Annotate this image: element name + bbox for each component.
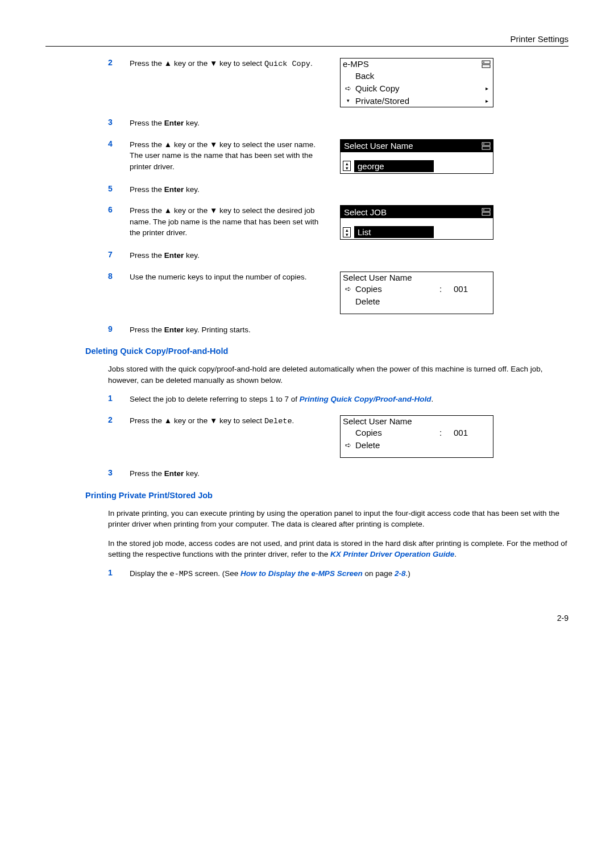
pointer-icon: ➪	[343, 441, 353, 449]
step-number: 1	[108, 394, 118, 405]
svg-rect-7	[482, 212, 490, 215]
selected-job: List	[354, 226, 434, 238]
menu-item-back: Back	[341, 69, 493, 82]
copies-value: 001	[445, 284, 468, 294]
up-arrow-icon: ▲	[164, 206, 172, 215]
step-number: 8	[108, 272, 118, 314]
row-copies: ➪Copies:001	[341, 283, 493, 295]
step-text: Press the Enter key.	[130, 118, 569, 129]
up-arrow-icon: ▲	[164, 140, 172, 149]
step-number: 2	[108, 58, 118, 107]
step-9: 9 Press the Enter key. Printing starts.	[108, 324, 569, 336]
scroll-down-icon: ▾	[343, 98, 353, 103]
step-text: Press the Enter key.	[130, 184, 569, 195]
section-heading-deleting: Deleting Quick Copy/Proof-and-Hold	[85, 347, 569, 356]
step-text: Press the ▲ key or the ▼ key to select t…	[130, 139, 329, 173]
display-header: Select User Name	[341, 416, 493, 427]
priv-step-1: 1 Display the e-MPS screen. (See How to …	[108, 568, 569, 580]
display-header: Select User Name	[341, 140, 493, 152]
display-title: Select User Name	[343, 273, 412, 282]
step-7: 7 Press the Enter key.	[108, 250, 569, 261]
selected-user: george	[354, 160, 434, 172]
cross-reference-link[interactable]: KX Printer Driver Operation Guide	[330, 550, 454, 558]
step-number: 5	[108, 184, 118, 195]
deleting-para: Jobs stored with the quick copy/proof-an…	[108, 364, 569, 386]
display-header: Select JOB	[341, 206, 493, 218]
step-number: 7	[108, 250, 118, 261]
menu-item-private: ▾Private/Stored▸	[341, 94, 493, 107]
display-user: Select User Name ▴▾ george	[340, 139, 493, 174]
step-text: Press the Enter key.	[130, 468, 569, 479]
step-3: 3 Press the Enter key.	[108, 118, 569, 129]
svg-point-2	[483, 61, 484, 62]
display-copies: Select User Name ➪Copies:001 Delete	[340, 272, 493, 314]
step-number: 3	[108, 468, 118, 479]
step-text: Use the numeric keys to input the number…	[130, 272, 329, 283]
page-reference[interactable]: 2-8	[395, 569, 406, 578]
svg-point-8	[483, 210, 484, 211]
step-number: 4	[108, 139, 118, 174]
down-arrow-icon: ▼	[210, 59, 217, 68]
display-header: Select User Name	[341, 272, 493, 283]
screen-name: e-MPS	[170, 570, 193, 578]
display-job: Select JOB ▴▾ List	[340, 205, 493, 240]
cross-reference-link[interactable]: How to Display the e-MPS Screen	[240, 569, 363, 578]
up-arrow-icon: ▲	[164, 59, 172, 68]
step-number: 6	[108, 205, 118, 240]
key-name: Enter	[164, 119, 184, 127]
display-title: Select JOB	[344, 207, 387, 217]
pointer-icon: ➪	[343, 285, 353, 293]
down-arrow-icon: ▼	[210, 140, 217, 149]
step-number: 2	[108, 415, 118, 458]
main-content: 2 Press the ▲ key or the ▼ key to select…	[45, 58, 569, 579]
private-para-1: In private printing, you can execute pri…	[108, 508, 569, 530]
header-title: Printer Settings	[510, 34, 569, 44]
hdd-icon	[482, 142, 491, 150]
menu-item-quickcopy: ➪Quick Copy▸	[341, 82, 493, 94]
step-text: Press the Enter key. Printing starts.	[130, 324, 569, 336]
key-name: Enter	[164, 251, 184, 260]
step-5: 5 Press the Enter key.	[108, 184, 569, 195]
down-arrow-icon: ▼	[210, 416, 217, 425]
row-copies: Copies:001	[341, 427, 493, 439]
step-text: Display the e-MPS screen. (See How to Di…	[130, 568, 569, 580]
svg-point-5	[483, 143, 484, 144]
job-item: ▴▾ List	[341, 225, 493, 239]
key-name: Enter	[164, 469, 184, 478]
copies-value: 001	[445, 428, 468, 437]
menu-option: Quick Copy	[264, 60, 310, 68]
private-para-2: In the stored job mode, access codes are…	[108, 538, 569, 560]
step-text: Press the ▲ key or the ▼ key to select Q…	[130, 58, 329, 70]
user-item: ▴▾ george	[341, 159, 493, 173]
page-number: 2-9	[45, 614, 569, 623]
step-number: 3	[108, 118, 118, 129]
row-delete: Delete	[341, 295, 493, 308]
step-number: 9	[108, 324, 118, 336]
step-text: Press the ▲ key or the ▼ key to select D…	[130, 415, 329, 427]
svg-rect-4	[482, 147, 490, 149]
hdd-icon	[482, 60, 491, 68]
hdd-icon	[482, 208, 491, 216]
del-step-2: 2 Press the ▲ key or the ▼ key to select…	[108, 415, 569, 458]
cross-reference-link[interactable]: Printing Quick Copy/Proof-and-Hold	[300, 395, 432, 403]
display-title: Select User Name	[343, 416, 412, 426]
down-arrow-icon: ▼	[210, 206, 217, 215]
submenu-arrow-icon: ▸	[483, 98, 491, 104]
updown-icon: ▴▾	[343, 227, 351, 237]
up-arrow-icon: ▲	[164, 416, 172, 425]
display-header: e-MPS	[341, 59, 493, 69]
step-4: 4 Press the ▲ key or the ▼ key to select…	[108, 139, 569, 174]
display-title: e-MPS	[343, 59, 369, 69]
display-title: Select User Name	[344, 141, 413, 151]
submenu-arrow-icon: ▸	[483, 85, 491, 91]
key-name: Enter	[164, 326, 184, 334]
step-6: 6 Press the ▲ key or the ▼ key to select…	[108, 205, 569, 240]
step-8: 8 Use the numeric keys to input the numb…	[108, 272, 569, 314]
display-emps: e-MPS Back ➪Quick Copy▸ ▾Private/Stored▸	[340, 58, 493, 107]
key-name: Enter	[164, 185, 184, 194]
svg-rect-1	[482, 65, 490, 68]
page-header: Printer Settings	[45, 34, 569, 47]
row-delete: ➪Delete	[341, 439, 493, 452]
menu-option: Delete	[264, 417, 292, 425]
step-number: 1	[108, 568, 118, 580]
